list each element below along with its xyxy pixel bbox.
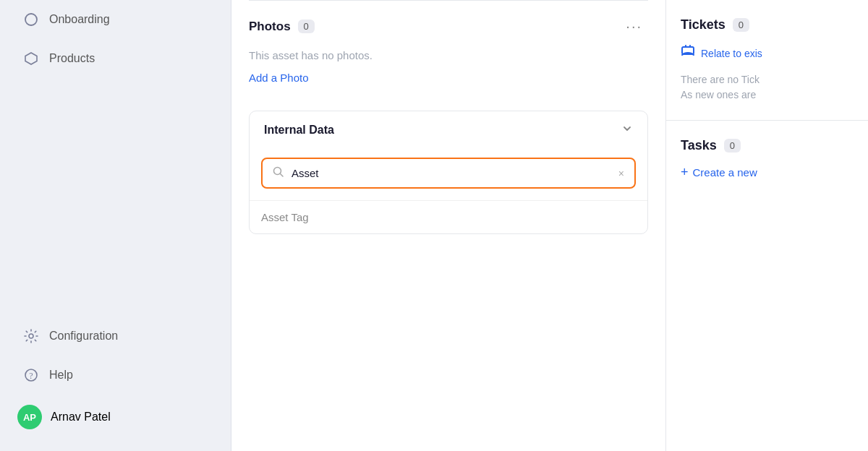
dropdown-item[interactable]: Asset Tag xyxy=(250,200,647,233)
search-input[interactable] xyxy=(292,167,611,179)
create-new-label: Create a new xyxy=(693,166,757,179)
sidebar-item-products[interactable]: Products xyxy=(6,40,225,77)
tickets-title: Tickets xyxy=(681,17,726,33)
svg-point-1 xyxy=(29,334,33,338)
tickets-count: 0 xyxy=(733,18,749,32)
chevron-down-icon xyxy=(621,123,633,137)
create-new-link[interactable]: + Create a new xyxy=(681,165,854,180)
user-name: Arnav Patel xyxy=(51,411,111,424)
add-photo-link[interactable]: Add a Photo xyxy=(249,72,309,84)
tasks-header: Tasks 0 xyxy=(681,138,854,153)
sidebar-item-label: Help xyxy=(49,369,73,382)
search-container: × xyxy=(250,149,647,200)
tasks-title: Tasks xyxy=(681,138,717,153)
title-group: Photos 0 xyxy=(249,20,315,34)
sidebar-item-onboarding[interactable]: Onboarding xyxy=(6,1,225,38)
relate-label: Relate to exis xyxy=(701,48,762,59)
tasks-count: 0 xyxy=(724,139,741,153)
relate-to-existing-link[interactable]: Relate to exis xyxy=(681,44,854,62)
sidebar-item-help[interactable]: ? Help xyxy=(6,357,225,393)
search-icon xyxy=(273,166,284,180)
photos-title: Photos xyxy=(249,20,291,34)
help-icon: ? xyxy=(23,367,39,383)
gear-icon xyxy=(23,328,39,344)
tasks-card: Tasks 0 + Create a new xyxy=(666,121,868,197)
photos-section: Photos 0 ··· This asset has no photos. A… xyxy=(231,1,665,99)
user-profile[interactable]: AP Arnav Patel xyxy=(0,395,231,439)
sidebar: Onboarding Products Configuration ? Help xyxy=(0,0,231,451)
sidebar-item-label: Onboarding xyxy=(49,13,110,26)
tickets-header: Tickets 0 xyxy=(681,17,854,33)
search-box: × xyxy=(261,158,636,189)
tickets-empty-line2: As new ones are xyxy=(681,87,854,103)
internal-data-section: Internal Data × Asset Tag xyxy=(249,111,648,234)
onboarding-icon xyxy=(23,12,39,27)
main-content: Photos 0 ··· This asset has no photos. A… xyxy=(231,0,665,451)
relate-icon xyxy=(681,44,695,62)
tickets-card: Tickets 0 Relate to exis There are no Ti… xyxy=(666,0,868,121)
plus-icon: + xyxy=(681,165,689,180)
svg-text:?: ? xyxy=(29,371,33,381)
sidebar-item-configuration[interactable]: Configuration xyxy=(6,318,225,354)
clear-search-icon[interactable]: × xyxy=(618,168,624,179)
sidebar-item-label: Configuration xyxy=(49,330,118,343)
sidebar-item-label: Products xyxy=(49,52,95,65)
internal-data-title: Internal Data xyxy=(264,124,334,137)
more-options-button[interactable]: ··· xyxy=(620,15,648,38)
svg-point-0 xyxy=(25,14,37,25)
internal-data-header[interactable]: Internal Data xyxy=(250,111,647,149)
avatar: AP xyxy=(17,405,42,429)
no-photos-text: This asset has no photos. xyxy=(249,49,648,61)
products-icon xyxy=(23,51,39,66)
section-header: Photos 0 ··· xyxy=(249,15,648,38)
photos-count: 0 xyxy=(298,20,315,33)
right-panel: Tickets 0 Relate to exis There are no Ti… xyxy=(665,0,868,451)
tickets-empty-line1: There are no Tick xyxy=(681,72,854,87)
